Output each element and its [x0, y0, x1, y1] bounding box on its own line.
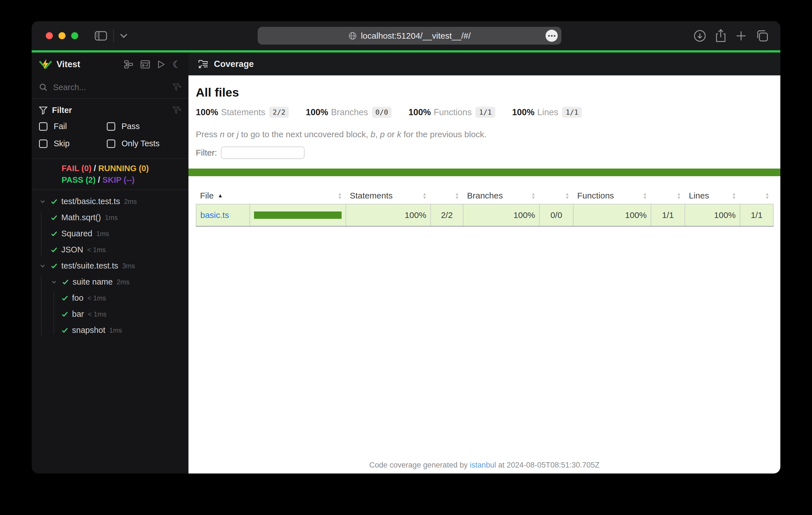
tree-guide-line: [41, 211, 41, 255]
table-row: basic.ts 100% 2/2 100% 0/0 100% 1/1 100%…: [196, 204, 773, 226]
sort-ascending-icon: ▲: [218, 192, 223, 199]
checkbox[interactable]: [39, 140, 48, 148]
clear-filters-icon[interactable]: [173, 107, 181, 114]
filter-panel: Filter Fail: [32, 99, 188, 159]
tab-overview-icon[interactable]: [755, 30, 769, 42]
column-header-lines-raw[interactable]: ▲▼: [740, 187, 773, 204]
tree-item-test[interactable]: JSON < 1ms: [32, 242, 188, 258]
keyboard-hint: Press n or j to go to the next uncovered…: [196, 130, 773, 139]
column-header-functions-raw[interactable]: ▲▼: [651, 187, 685, 204]
tree-item-test[interactable]: bar < 1ms: [32, 306, 188, 322]
sorter-icon: ▲▼: [732, 192, 736, 199]
page-settings-button[interactable]: [546, 30, 558, 42]
tree-item-test[interactable]: foo < 1ms: [32, 290, 188, 306]
file-cell: basic.ts: [196, 204, 250, 226]
sorter-icon: ▲▼: [423, 192, 427, 199]
column-header-lines[interactable]: Lines▲▼: [685, 187, 740, 204]
check-icon: [62, 278, 69, 286]
check-icon: [50, 198, 58, 205]
tree-item-test[interactable]: Squared 1ms: [32, 225, 188, 242]
sorter-icon: ▲▼: [677, 192, 681, 199]
tree-item-file[interactable]: test/suite.test.ts 3ms: [32, 258, 188, 274]
check-icon: [50, 214, 58, 221]
istanbul-link[interactable]: istanbul: [470, 461, 496, 469]
file-link[interactable]: basic.ts: [200, 210, 229, 220]
statements-raw-cell: 2/2: [431, 204, 463, 226]
chevron-down-icon[interactable]: [39, 198, 46, 205]
filter-checkbox-only-tests[interactable]: Only Tests: [107, 139, 181, 148]
tree-item-test[interactable]: snapshot 1ms: [32, 322, 188, 338]
column-header-statements-raw[interactable]: ▲▼: [431, 187, 463, 204]
checkbox[interactable]: [39, 122, 48, 131]
dark-mode-icon[interactable]: ☾: [173, 60, 181, 69]
statements-pct-cell: 100%: [346, 204, 431, 226]
column-header-statements[interactable]: Statements▲▼: [346, 187, 431, 204]
globe-icon: [348, 32, 357, 40]
functions-raw-cell: 1/1: [651, 204, 685, 226]
coverage-filter-input[interactable]: [221, 147, 304, 159]
sorter-icon: ▲▼: [565, 192, 569, 199]
lines-raw-cell: 1/1: [740, 204, 773, 226]
browser-window: localhost:51204/__vitest__/#/: [32, 21, 780, 474]
vitest-sidebar: Vitest: [32, 53, 188, 474]
column-header-file[interactable]: File▲: [196, 187, 250, 204]
tree-item-test[interactable]: Math.sqrt() 1ms: [32, 210, 188, 225]
coverage-title: Coverage: [214, 59, 254, 69]
minimize-window-button[interactable]: [58, 32, 65, 39]
tree-item-file[interactable]: test/basic.test.ts 2ms: [32, 193, 188, 210]
fail-count: FAIL (0): [62, 164, 91, 173]
coverage-bar: [254, 211, 342, 219]
chevron-down-icon[interactable]: [50, 278, 58, 286]
coverage-header: Coverage: [188, 53, 780, 75]
filter-input-label: Filter:: [196, 148, 217, 157]
close-window-button[interactable]: [46, 32, 53, 39]
search-icon: [39, 83, 48, 91]
branches-raw-cell: 0/0: [539, 204, 573, 226]
check-icon: [61, 294, 69, 302]
dashboard-icon[interactable]: [140, 60, 150, 69]
test-tree: test/basic.test.ts 2ms Math.sqrt() 1ms S…: [32, 190, 188, 474]
checkbox[interactable]: [107, 122, 115, 131]
summary-statements: 100% Statements 2/2: [196, 107, 289, 118]
run-all-icon[interactable]: [157, 60, 165, 69]
check-icon: [50, 262, 58, 270]
column-header-branches-raw[interactable]: ▲▼: [539, 187, 573, 204]
zoom-window-button[interactable]: [71, 32, 78, 39]
vitest-logo-icon: [39, 58, 52, 70]
filter-title: Filter: [52, 105, 72, 115]
clear-search-filter-icon[interactable]: [173, 83, 181, 91]
browser-titlebar: localhost:51204/__vitest__/#/: [32, 21, 780, 50]
running-count: RUNNING (0): [98, 164, 149, 173]
tree-view-icon[interactable]: [124, 60, 133, 69]
tree-item-suite[interactable]: suite name 2ms: [32, 274, 188, 290]
downloads-icon[interactable]: [693, 29, 706, 42]
new-tab-icon[interactable]: [735, 30, 747, 42]
column-header-bar[interactable]: ▲▼: [250, 187, 346, 204]
skip-count: SKIP (--): [102, 175, 135, 184]
coverage-summary: 100% Statements 2/2 100% Branches 0/0 10…: [196, 107, 773, 118]
check-icon: [61, 326, 69, 334]
chevron-down-icon[interactable]: [120, 34, 127, 38]
coverage-table: File▲ ▲▼ Statements▲▼ ▲▼: [196, 187, 774, 227]
branches-pct-cell: 100%: [463, 204, 539, 226]
check-icon: [61, 310, 69, 318]
search-input[interactable]: [53, 83, 173, 92]
share-icon[interactable]: [715, 29, 727, 42]
fraction-badge: 1/1: [562, 107, 582, 118]
status-line-2: PASS (2)/SKIP (--): [62, 174, 188, 186]
checkbox[interactable]: [107, 140, 115, 148]
coverage-report-icon: [198, 60, 208, 69]
filter-checkbox-pass[interactable]: Pass: [107, 122, 181, 131]
summary-branches: 100% Branches 0/0: [306, 107, 391, 118]
column-header-branches[interactable]: Branches▲▼: [463, 187, 539, 204]
app-title: Vitest: [57, 59, 80, 69]
address-bar[interactable]: localhost:51204/__vitest__/#/: [258, 27, 561, 44]
filter-checkbox-skip[interactable]: Skip: [39, 139, 107, 148]
column-header-functions[interactable]: Functions▲▼: [573, 187, 651, 204]
chevron-down-icon[interactable]: [39, 262, 46, 270]
sidebar-toggle-icon[interactable]: [95, 31, 107, 41]
check-icon: [50, 246, 58, 253]
filter-checkbox-fail[interactable]: Fail: [39, 122, 107, 131]
test-status-summary: FAIL (0)/RUNNING (0) PASS (2)/SKIP (--): [32, 159, 188, 190]
table-header-row: File▲ ▲▼ Statements▲▼ ▲▼: [196, 187, 773, 204]
